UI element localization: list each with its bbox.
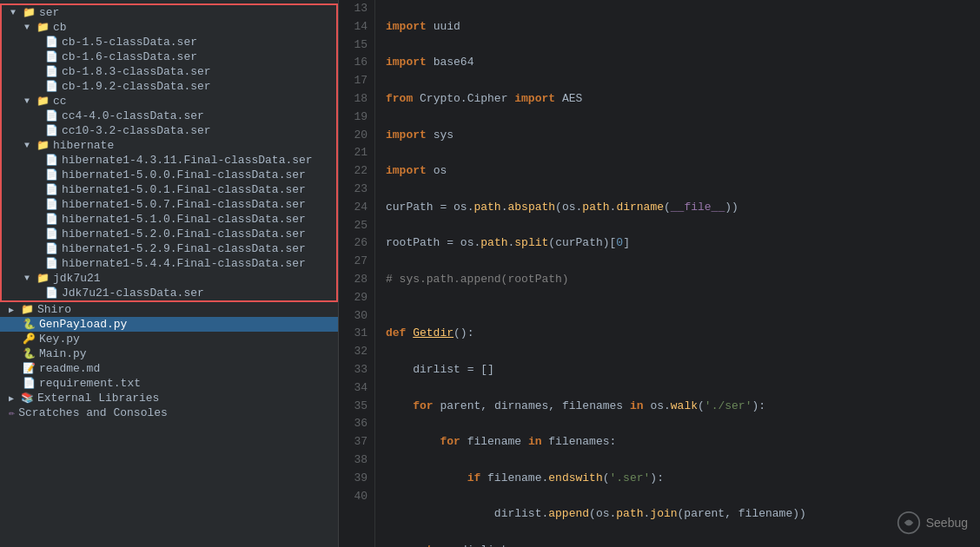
- hibernate-arrow: [24, 141, 35, 150]
- file-icon-main: 🐍: [23, 347, 36, 360]
- shiro-label: Shiro: [37, 303, 71, 316]
- tree-item-hib4[interactable]: 📄 hibernate1-5.0.7.Final-classData.ser: [2, 197, 336, 212]
- file-label: hibernate1-5.0.7.Final-classData.ser: [62, 198, 306, 211]
- file-label: requirement.txt: [39, 377, 141, 390]
- ser-highlight-box: 📁 ser 📁 cb 📄 cb-1.5-classData.ser 📄 cb-1…: [0, 3, 338, 302]
- seebug-watermark: Seebug: [897, 511, 968, 535]
- tree-item-main[interactable]: 🐍 Main.py: [0, 346, 338, 361]
- folder-icon-ser: 📁: [23, 6, 36, 19]
- tree-item-hib2[interactable]: 📄 hibernate1-5.0.0.Final-classData.ser: [2, 168, 336, 182]
- folder-icon-shiro: 📁: [21, 303, 34, 316]
- file-icon: 📄: [45, 109, 58, 122]
- file-label: hibernate1-5.1.0.Final-classData.ser: [62, 213, 306, 226]
- file-icon: 📄: [45, 213, 58, 226]
- file-label: hibernate1-5.2.0.Final-classData.ser: [62, 227, 306, 241]
- file-label: Key.py: [39, 333, 80, 346]
- tree-item-readme[interactable]: 📝 readme.md: [0, 361, 338, 376]
- file-icon: 📄: [45, 287, 58, 300]
- tree-item-hibernate[interactable]: 📁 hibernate: [2, 138, 336, 153]
- file-icon: 📄: [45, 183, 58, 196]
- code-area[interactable]: 13 14 15 16 17 18 19 20 21 22 23 24 25 2…: [339, 0, 980, 547]
- tree-item-hib8[interactable]: 📄 hibernate1-5.4.4.Final-classData.ser: [2, 256, 336, 271]
- file-icon: 📄: [45, 227, 58, 241]
- file-icon-requirement: 📄: [23, 377, 36, 390]
- file-label: cc10-3.2-classData.ser: [62, 124, 211, 137]
- file-icon-scratches: ✏️: [9, 406, 15, 419]
- tree-item-hib6[interactable]: 📄 hibernate1-5.2.0.Final-classData.ser: [2, 227, 336, 241]
- file-label: Jdk7u21-classData.ser: [62, 287, 204, 300]
- file-label: GenPayload.py: [39, 318, 127, 331]
- tree-item-hib7[interactable]: 📄 hibernate1-5.2.9.Final-classData.ser: [2, 241, 336, 256]
- file-icon-py: 🐍: [23, 318, 36, 331]
- tree-item-hib1[interactable]: 📄 hibernate1-4.3.11.Final-classData.ser: [2, 153, 336, 168]
- tree-item-jdk7u21-ser[interactable]: 📄 Jdk7u21-classData.ser: [2, 286, 336, 300]
- tree-item-cb-1.9.2[interactable]: 📄 cb-1.9.2-classData.ser: [2, 79, 336, 94]
- tree-item-hib5[interactable]: 📄 hibernate1-5.1.0.Final-classData.ser: [2, 212, 336, 227]
- file-label: cc4-4.0-classData.ser: [62, 109, 204, 122]
- jdk7u21-label: jdk7u21: [53, 272, 101, 285]
- file-icon: 📄: [45, 124, 58, 137]
- seebug-logo-icon: [897, 511, 921, 535]
- tree-item-scratches[interactable]: ✏️ Scratches and Consoles: [0, 405, 338, 420]
- file-tree: 📁 ser 📁 cb 📄 cb-1.5-classData.ser 📄 cb-1…: [0, 0, 338, 547]
- file-icon: 📄: [45, 80, 58, 93]
- file-icon-readme: 📝: [23, 362, 36, 375]
- shiro-arrow: [9, 305, 19, 315]
- tree-item-key[interactable]: 🔑 Key.py: [0, 332, 338, 346]
- scratches-label: Scratches and Consoles: [18, 406, 168, 419]
- ser-arrow: [10, 8, 21, 17]
- file-label: hibernate1-5.0.1.Final-classData.ser: [62, 183, 306, 196]
- tree-item-cb-1.8.3[interactable]: 📄 cb-1.8.3-classData.ser: [2, 64, 336, 79]
- tree-item-cc10[interactable]: 📄 cc10-3.2-classData.ser: [2, 123, 336, 138]
- ser-label: ser: [39, 6, 59, 19]
- external-libs-label: External Libraries: [37, 392, 159, 405]
- tree-item-shiro[interactable]: 📁 Shiro: [0, 302, 338, 317]
- tree-item-jdk7u21[interactable]: 📁 jdk7u21: [2, 271, 336, 286]
- cc-label: cc: [53, 95, 67, 108]
- code-content: import uuid import base64 from Crypto.Ci…: [375, 0, 980, 547]
- right-panel: 13 14 15 16 17 18 19 20 21 22 23 24 25 2…: [339, 0, 980, 547]
- file-label: cb-1.5-classData.ser: [62, 36, 197, 49]
- folder-icon-cb: 📁: [36, 21, 50, 34]
- file-label: cb-1.9.2-classData.ser: [62, 80, 211, 93]
- tree-item-hib3[interactable]: 📄 hibernate1-5.0.1.Final-classData.ser: [2, 182, 336, 197]
- file-label: cb-1.6-classData.ser: [62, 50, 197, 63]
- cc-arrow: [24, 96, 35, 106]
- file-icon: 📄: [45, 50, 58, 63]
- file-icon-key: 🔑: [23, 333, 36, 346]
- folder-icon-jdk7u21: 📁: [36, 272, 50, 285]
- file-label: hibernate1-4.3.11.Final-classData.ser: [62, 154, 313, 167]
- file-label: hibernate1-5.2.9.Final-classData.ser: [62, 242, 306, 255]
- seebug-text: Seebug: [926, 516, 968, 530]
- file-icon-extlibs: 📚: [21, 392, 34, 405]
- folder-icon-hibernate: 📁: [36, 139, 50, 152]
- code-editor-panel: 13 14 15 16 17 18 19 20 21 22 23 24 25 2…: [339, 0, 980, 547]
- line-numbers: 13 14 15 16 17 18 19 20 21 22 23 24 25 2…: [339, 0, 375, 547]
- file-label: readme.md: [39, 362, 100, 375]
- tree-item-ser[interactable]: 📁 ser: [2, 5, 336, 20]
- file-icon: 📄: [45, 168, 58, 181]
- tree-item-external-libs[interactable]: 📚 External Libraries: [0, 391, 338, 405]
- folder-icon-cc: 📁: [36, 95, 50, 108]
- file-label: cb-1.8.3-classData.ser: [62, 65, 211, 78]
- file-label: hibernate1-5.4.4.Final-classData.ser: [62, 257, 306, 270]
- tree-item-cc[interactable]: 📁 cc: [2, 94, 336, 109]
- tree-item-requirement[interactable]: 📄 requirement.txt: [0, 376, 338, 391]
- tree-item-cb[interactable]: 📁 cb: [2, 20, 336, 35]
- tree-item-cb-1.6[interactable]: 📄 cb-1.6-classData.ser: [2, 49, 336, 64]
- file-icon: 📄: [45, 65, 58, 78]
- file-icon: 📄: [45, 242, 58, 255]
- tree-item-cb-1.5[interactable]: 📄 cb-1.5-classData.ser: [2, 35, 336, 49]
- file-tree-panel: 📁 ser 📁 cb 📄 cb-1.5-classData.ser 📄 cb-1…: [0, 0, 339, 547]
- tree-item-cc4[interactable]: 📄 cc4-4.0-classData.ser: [2, 109, 336, 123]
- file-icon: 📄: [45, 198, 58, 211]
- cb-label: cb: [53, 21, 67, 34]
- cb-arrow: [24, 23, 35, 32]
- file-label: hibernate1-5.0.0.Final-classData.ser: [62, 168, 306, 181]
- ext-libs-arrow: [9, 393, 19, 404]
- file-icon: 📄: [45, 154, 58, 167]
- hibernate-label: hibernate: [53, 139, 114, 152]
- tree-item-genpayload[interactable]: 🐍 GenPayload.py: [0, 317, 338, 332]
- jdk7u21-arrow: [24, 274, 35, 283]
- file-icon: 📄: [45, 36, 58, 49]
